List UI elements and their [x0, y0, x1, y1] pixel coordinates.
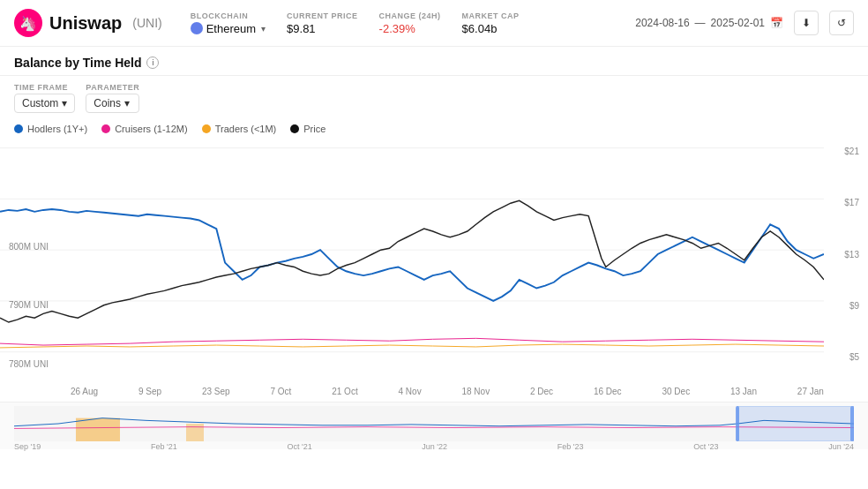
controls: TIME FRAME Custom ▾ PARAMETER Coins ▾	[0, 76, 868, 120]
cruisers-dot	[101, 124, 110, 133]
timeframe-chevron-icon: ▾	[62, 97, 67, 109]
parameter-chevron-icon: ▾	[124, 97, 130, 109]
svg-rect-9	[736, 406, 739, 441]
token-name: Uniswap	[49, 13, 122, 34]
header-stats: BLOCKCHAIN Ethereum ▾ CURRENT PRICE $9.8…	[191, 11, 520, 35]
price-label: CURRENT PRICE	[287, 11, 358, 20]
hodlers-dot	[14, 124, 23, 133]
svg-rect-7	[186, 424, 204, 441]
marketcap-stat: MARKET CAP $6.04b	[462, 11, 520, 35]
change-value: -2.39%	[379, 22, 441, 35]
main-chart-svg	[0, 139, 824, 369]
token-symbol: (UNI)	[132, 16, 161, 30]
legend: Hodlers (1Y+) Cruisers (1-12M) Traders (…	[0, 120, 868, 139]
date-from: 2024-08-16	[635, 17, 689, 29]
parameter-select[interactable]: Coins ▾	[86, 94, 139, 113]
blockchain-dot-icon	[191, 22, 203, 34]
y-axis-right: $21 $17 $13 $9 $5	[844, 139, 859, 369]
price-value: $9.81	[287, 22, 358, 35]
mini-chart[interactable]: Sep '19 Feb '21 Oct '21 Jun '22 Feb '23 …	[0, 402, 868, 449]
header-right: 2024-08-16 — 2025-02-01 📅 ⬇ ↺	[635, 11, 854, 35]
price-stat: CURRENT PRICE $9.81	[287, 11, 358, 35]
blockchain-stat: BLOCKCHAIN Ethereum ▾	[191, 11, 266, 35]
marketcap-value: $6.04b	[462, 22, 520, 35]
hodlers-label: Hodlers (1Y+)	[27, 124, 87, 134]
legend-cruisers: Cruisers (1-12M)	[101, 124, 188, 134]
svg-rect-8	[737, 406, 854, 441]
marketcap-label: MARKET CAP	[462, 11, 520, 20]
y-axis-left: 800M UNI 790M UNI 780M UNI	[9, 192, 49, 369]
header: 🦄 Uniswap (UNI) BLOCKCHAIN Ethereum ▾ CU…	[0, 0, 868, 47]
timeframe-label: TIME FRAME	[14, 83, 75, 92]
blockchain-chevron-icon[interactable]: ▾	[261, 24, 266, 34]
section-header: Balance by Time Held i	[0, 47, 868, 76]
change-stat: CHANGE (24H) -2.39%	[379, 11, 441, 35]
svg-rect-5	[14, 406, 854, 441]
price-label: Price	[303, 124, 326, 134]
price-dot	[290, 124, 299, 133]
legend-price: Price	[290, 124, 326, 134]
change-label: CHANGE (24H)	[379, 11, 441, 20]
mini-x-axis: Sep '19 Feb '21 Oct '21 Jun '22 Feb '23 …	[14, 442, 854, 451]
blockchain-label: BLOCKCHAIN	[191, 11, 266, 20]
calendar-icon[interactable]: 📅	[770, 17, 783, 29]
svg-rect-10	[850, 406, 854, 441]
legend-hodlers: Hodlers (1Y+)	[14, 124, 87, 134]
info-icon[interactable]: i	[146, 56, 159, 69]
logo-area: 🦄 Uniswap (UNI)	[14, 9, 162, 37]
mini-chart-svg	[14, 406, 854, 441]
date-to: 2025-02-01	[711, 17, 765, 29]
refresh-button[interactable]: ↺	[829, 11, 854, 35]
traders-dot	[202, 124, 211, 133]
parameter-label: PARAMETER	[86, 83, 139, 92]
parameter-control: PARAMETER Coins ▾	[86, 83, 139, 113]
token-logo: 🦄	[14, 9, 42, 37]
svg-rect-6	[76, 418, 120, 441]
download-button[interactable]: ⬇	[794, 11, 819, 35]
legend-traders: Traders (<1M)	[202, 124, 277, 134]
main-chart: $21 $17 $13 $9 $5 800M UNI 790M UNI 780M…	[0, 139, 868, 395]
traders-label: Traders (<1M)	[215, 124, 277, 134]
cruisers-label: Cruisers (1-12M)	[115, 124, 188, 134]
timeframe-control: TIME FRAME Custom ▾	[14, 83, 75, 113]
timeframe-select[interactable]: Custom ▾	[14, 94, 75, 113]
date-range: 2024-08-16 — 2025-02-01 📅	[635, 17, 783, 29]
blockchain-value[interactable]: Ethereum ▾	[191, 22, 266, 35]
section-title: Balance by Time Held i	[14, 56, 159, 70]
